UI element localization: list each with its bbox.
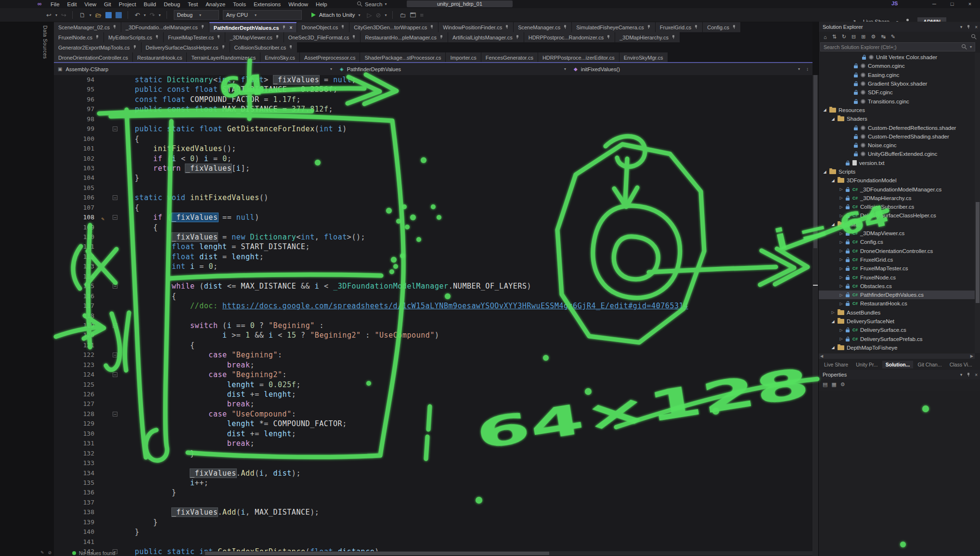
collapsed-icon[interactable]: ▷ [839,302,843,306]
document-tab[interactable]: Generator2ExportMapTools.cs [54,42,141,52]
breadcrumb-type[interactable]: ◈ PathfinderDepthValues ▾ [336,63,570,75]
fold-marker-icon[interactable]: – [113,323,117,328]
tree-item-transitions-cginc[interactable]: Transitions.cginc [819,97,975,105]
home-icon[interactable]: ⌂ [824,34,827,40]
menu-item-debug[interactable]: Debug [160,1,183,7]
chevron-down-icon[interactable]: ▾ [960,25,963,29]
editor-vertical-scrollbar[interactable] [812,75,818,556]
menu-item-help[interactable]: Help [312,1,331,7]
tree-item-custom-deferredshading-shader[interactable]: Custom-DeferredShading.shader [819,132,975,141]
tree-item-droneorientationcontroller-cs[interactable]: ▷C#DroneOrientationController.cs [819,247,975,255]
menu-item-project[interactable]: Project [116,1,140,7]
pin-icon[interactable] [221,45,225,50]
tree-item-easing-cginc[interactable]: Easing.cginc [819,71,975,79]
document-tab[interactable]: HDRPPostproce...izerEditor.cs [538,52,619,63]
document-tab[interactable]: RestaurantHook.cs [133,52,187,63]
pin-icon[interactable] [505,25,509,29]
collapsed-icon[interactable]: ▷ [839,196,843,200]
pin-icon[interactable] [133,45,137,50]
pin-icon[interactable] [201,25,205,29]
document-tab[interactable]: Config.cs [703,22,740,32]
document-tab[interactable]: _3DMapViewer.cs [225,32,283,42]
code-line[interactable]: 97public const float MAX_DISTANCE = 377.… [54,104,812,114]
categorized-view-icon[interactable]: ▤ [823,381,827,388]
code-line[interactable]: 104} [54,173,812,183]
pin-icon[interactable] [647,25,651,29]
code-line[interactable]: 120 i >= 1 && i < 15 ? "Begining2" : "Us… [54,330,812,340]
collapsed-icon[interactable]: ▷ [839,266,843,271]
pin-icon[interactable] [967,373,970,377]
document-tab[interactable]: ArtificialLightsManager.cs [448,32,524,42]
code-line[interactable]: 130 dist += lenght; [54,429,812,439]
tree-item-resources[interactable]: ◢Resources [819,106,975,114]
redo-icon[interactable]: ↷ [150,12,155,19]
code-line[interactable]: 107{ [54,203,812,213]
tree-item-collisionsubscriber-cs[interactable]: ▷C#CollisionSubscriber.cs [819,202,975,211]
document-tab[interactable]: CollisionSubscriber.cs [230,42,297,52]
pin-icon[interactable] [352,35,356,39]
tree-item-common-cginc[interactable]: Common.cginc [819,62,975,70]
code-line[interactable]: 136 } [54,488,812,497]
code-line[interactable]: 99–public static float GetDistanceForInd… [54,124,812,134]
close-icon[interactable]: × [975,372,978,378]
document-tab[interactable]: WindowPositionFinder.cs [438,22,513,32]
code-line[interactable]: 108✎– if (_fixValues == null) [54,213,812,222]
search-icon[interactable] [971,34,977,39]
code-line[interactable]: 115– while (dist <= MAX_DISTANCE && i < … [54,281,812,291]
code-line[interactable]: 101 initFixedValues(); [54,144,812,153]
expanded-icon[interactable]: ◢ [831,345,835,350]
data-sources-vertical-tab[interactable]: Data Sources [42,25,48,59]
search-menu[interactable]: Search ▾ [357,0,387,8]
chevron-down-icon[interactable]: ▾ [358,13,360,17]
tree-item-unitygbufferextended-cginc[interactable]: UnityGBufferExtended.cginc [819,150,975,158]
tool-window-tab-live-share[interactable]: Live Share [821,361,851,368]
tree-item-deliverysurfaceprefab-cs[interactable]: ▷C#DeliverySurfacePrefab.cs [819,335,975,343]
document-tab[interactable]: FencesGenerator.cs [481,52,538,63]
code-line[interactable]: 110 _fixValues = new Dictionary<int, flo… [54,232,812,242]
document-tab[interactable]: _3DFoundatio...delManager.cs [121,22,209,32]
code-line[interactable]: 131 break; [54,439,812,448]
code-line[interactable]: 103 return _fixValues[i]; [54,164,812,173]
property-pages-icon[interactable]: ⚙ [840,381,845,388]
navigate-back-icon[interactable]: ↩ [46,12,52,19]
tool-window-tab-class-vi-[interactable]: Class Vi... [946,361,976,368]
collapse-all-icon[interactable]: ⊟ [851,34,856,40]
tree-horizontal-scrollbar[interactable]: ◀▶ [819,354,975,359]
tree-item-pathfinderdepthvalues-cs[interactable]: ▷C#PathfinderDepthValues.cs [819,291,975,299]
code-line[interactable]: 112 float dist = lenght; [54,252,812,262]
tree-item-fruxelmaptester-cs[interactable]: ▷C#FruxelMapTester.cs [819,264,975,273]
fold-marker-icon[interactable]: – [113,372,117,377]
pin-icon[interactable] [516,35,519,39]
fold-marker-icon[interactable]: – [113,126,117,131]
fold-marker-icon[interactable]: – [113,284,117,289]
code-line[interactable]: 128– case "UseCompound": [54,409,812,419]
document-tab[interactable]: Importer.cs [446,52,480,63]
document-tab[interactable]: EnviroSkyMgr.cs [619,52,668,63]
split-editor-icon[interactable]: ↕ [806,66,809,72]
document-tab[interactable]: SimulatedFisheyeCamera.cs [572,22,655,32]
document-tab[interactable]: AssetPreprocessor.cs [300,52,360,63]
fold-marker-icon[interactable]: – [113,215,117,220]
tree-item-scripts[interactable]: ◢Scripts [819,167,975,176]
document-tab[interactable]: MyEditorScripts.cs [104,32,163,42]
pin-icon[interactable] [155,35,159,39]
tree-item-noise-cginc[interactable]: Noise.cginc [819,141,975,150]
tree-item-restauranthook-cs[interactable]: ▷C#RestaurantHook.cs [819,299,975,308]
code-line[interactable]: 95public const float START_DISTANCE = 0.… [54,85,812,94]
solution-search-input[interactable]: Search Solution Explorer (Ctrl+;) ▾ [820,42,975,51]
menu-item-edit[interactable]: Edit [64,1,80,7]
code-line[interactable]: 102 if (i < 0) i = 0; [54,154,812,164]
menu-item-view[interactable]: View [81,1,100,7]
expanded-icon[interactable]: ◢ [831,319,835,324]
pin-icon[interactable] [732,25,736,29]
save-icon[interactable] [105,12,112,18]
tree-item-dmap[interactable]: ◢DMap [819,220,975,229]
tool-window-tab-solution-[interactable]: Solution... [882,361,914,368]
code-line[interactable]: 132 } [54,449,812,458]
document-tab[interactable]: CityGen3DGen...torWrapper.cs [349,22,438,32]
tree-item-sdf-cginc[interactable]: SDF.cginc [819,88,975,97]
document-tab[interactable]: RestaurantHo...pleManager.cs [361,32,448,42]
document-tab[interactable]: DroneObject.cs [297,22,349,32]
pin-icon[interactable] [606,35,610,39]
pin-icon[interactable] [275,35,279,39]
